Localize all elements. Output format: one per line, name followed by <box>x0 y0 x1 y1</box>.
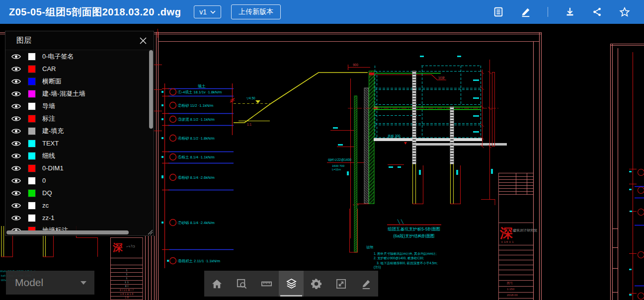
layer-color-swatch <box>28 115 36 123</box>
eye-visibility-icon[interactable] <box>11 202 21 209</box>
gear-icon <box>311 278 322 290</box>
layer-color-swatch <box>28 140 36 148</box>
layer-name: DQ <box>42 189 52 197</box>
layer-name: 建-填充 <box>42 127 64 136</box>
fullscreen-button[interactable] <box>328 271 353 297</box>
annotate-button[interactable] <box>353 271 378 297</box>
layer-color-swatch <box>28 65 36 73</box>
layer-color-swatch <box>28 102 36 110</box>
svg-text:1:1: 1:1 <box>247 123 251 126</box>
layer-color-swatch <box>28 77 36 85</box>
version-dropdown[interactable]: v1 <box>194 5 221 18</box>
frame-zoom-icon <box>236 278 247 290</box>
eye-visibility-icon[interactable] <box>11 152 21 159</box>
svg-text:Ⅱ Ⅰ: Ⅱ Ⅰ <box>125 285 129 288</box>
home-icon <box>211 278 223 290</box>
layer-row[interactable]: 导墙 <box>5 100 154 112</box>
svg-text:①-4填土 18.1/1v ·1.8kN/m: ①-4填土 18.1/1v ·1.8kN/m <box>178 90 222 94</box>
svg-text:L=11m: L=11m <box>332 168 341 171</box>
layer-name: 导墙 <box>42 102 55 111</box>
pencil-icon <box>360 278 372 290</box>
svg-text:▽4.50: ▽4.50 <box>246 96 255 100</box>
eye-visibility-icon[interactable] <box>11 66 21 73</box>
model-selector[interactable]: Model <box>6 271 94 295</box>
layer-row[interactable]: 建-填充 <box>5 125 154 137</box>
eye-visibility-icon[interactable] <box>11 103 21 110</box>
version-label: v1 <box>199 8 207 16</box>
pen-icon[interactable] <box>520 6 531 17</box>
layer-name: 标注 <box>42 114 55 123</box>
layer-color-swatch <box>28 177 36 185</box>
layer-row[interactable]: 横断面 <box>5 75 154 87</box>
settings-button[interactable] <box>304 271 328 297</box>
eye-visibility-icon[interactable] <box>11 190 21 197</box>
eye-visibility-icon[interactable] <box>11 177 21 184</box>
layer-row[interactable]: zc <box>5 199 154 212</box>
layers-button[interactable] <box>279 271 304 297</box>
layer-color-swatch <box>28 214 36 222</box>
upload-new-version-button[interactable]: 上传新版本 <box>231 4 281 19</box>
ruler-icon <box>261 278 272 290</box>
layer-name: 0 <box>42 177 46 184</box>
vertical-scrollbar[interactable] <box>149 50 153 129</box>
logo-mark: 深 <box>499 225 513 240</box>
eye-visibility-icon[interactable] <box>11 53 21 60</box>
layer-row[interactable]: zz-1 <box>5 212 154 224</box>
svg-text:Ⅱ Ⅰ 1/1 Ⅲ Ⅰ 7: Ⅱ Ⅰ 1/1 Ⅲ Ⅰ 7 <box>120 289 134 292</box>
eye-visibility-icon[interactable] <box>11 215 21 222</box>
svg-text:组团五基坑支护桩5-5剖面图: 组团五基坑支护桩5-5剖面图 <box>388 226 440 231</box>
svg-text:1. 图中尺寸除标高以m计外, 其余均以mm计;: 1. 图中尺寸除标高以m计外, 其余均以mm计; <box>374 252 437 256</box>
layer-row[interactable]: CAR <box>5 63 154 75</box>
svg-text:3. 地下连续墙厚800, 嵌固深度不小于4.5m;: 3. 地下连续墙厚800, 嵌固深度不小于4.5m; <box>377 261 438 265</box>
svg-text:(6a段)支护结构剖面图: (6a段)支护结构剖面图 <box>393 233 434 238</box>
header-bar: Z05-05-组团5剖面图2018.03.20 .dwg v1 上传新版本 <box>0 0 644 24</box>
frame-zoom-button[interactable] <box>229 271 254 297</box>
viewer-toolbar <box>204 271 378 297</box>
eye-visibility-icon[interactable] <box>11 78 21 85</box>
layer-color-swatch <box>28 152 36 160</box>
layer-name: 建-墙-混凝土墙 <box>42 89 85 98</box>
svg-text:⑦砂砾 8.1/4 ·2.4kN/m: ⑦砂砾 8.1/4 ·2.4kN/m <box>178 221 215 225</box>
layer-row[interactable]: 标注 <box>5 112 154 125</box>
star-icon[interactable] <box>619 6 630 17</box>
eye-visibility-icon[interactable] <box>11 90 21 97</box>
eye-visibility-icon[interactable] <box>11 165 21 172</box>
layers-panel-title: 图层 <box>16 36 31 45</box>
close-icon[interactable] <box>139 36 148 45</box>
svg-text:冠梁: 冠梁 <box>438 76 445 80</box>
svg-text:④粉砂 8.1/2 ·1.8kN/m: ④粉砂 8.1/2 ·1.8kN/m <box>178 136 215 141</box>
share-icon[interactable] <box>592 6 603 17</box>
layer-row[interactable]: 0 <box>5 174 154 187</box>
layer-row[interactable]: 建-墙-混凝土墙 <box>5 87 154 100</box>
svg-text:⑥粉砂 8.1/4 ·2.6kN/m: ⑥粉砂 8.1/4 ·2.6kN/m <box>178 175 215 180</box>
logo-text: 建筑设计研究院 <box>512 228 537 232</box>
layer-row[interactable]: DQ <box>5 187 154 199</box>
svg-text:⑧残积土 2.11/1 ·1.1kN/m: ⑧残积土 2.11/1 ·1.1kN/m <box>178 259 220 263</box>
download-icon[interactable] <box>564 6 575 17</box>
svg-text:1:150: 1:150 <box>507 288 515 291</box>
document-icon[interactable] <box>493 6 504 17</box>
svg-text:∨ 1/4 ∨ 1: ∨ 1/4 ∨ 1 <box>501 240 514 243</box>
model-label: Model <box>15 277 80 289</box>
layer-color-swatch <box>28 53 36 61</box>
layer-list: 0-电子签名CAR横断面建-墙-混凝土墙导墙标注建-填充TEXT细线0-DIM1… <box>5 50 154 235</box>
resize-handle[interactable] <box>148 229 153 235</box>
svg-text:说明: 说明 <box>366 245 373 249</box>
measure-button[interactable] <box>254 271 279 297</box>
layer-color-swatch <box>28 127 36 135</box>
svg-text:1 1: 1 1 <box>125 281 129 284</box>
layers-icon <box>286 278 297 290</box>
eye-visibility-icon[interactable] <box>11 115 21 122</box>
layer-row[interactable]: 0-DIM1 <box>5 162 154 174</box>
layer-row[interactable]: 细线 <box>5 150 154 162</box>
layer-row[interactable]: TEXT <box>5 137 154 150</box>
eye-visibility-icon[interactable] <box>11 140 21 147</box>
header-divider <box>548 7 548 17</box>
layer-row[interactable]: 0-电子签名 <box>5 50 154 63</box>
layer-name: CAR <box>42 65 56 73</box>
layer-color-swatch <box>28 90 36 98</box>
eye-visibility-icon[interactable] <box>11 128 21 135</box>
app-window: 填土 ①-4填土 18.1/1v ·1.8kN/m ②粉砂 11/2 ·1.1k… <box>0 0 644 300</box>
home-button[interactable] <box>204 271 229 297</box>
horizontal-scrollbar[interactable] <box>6 230 129 234</box>
